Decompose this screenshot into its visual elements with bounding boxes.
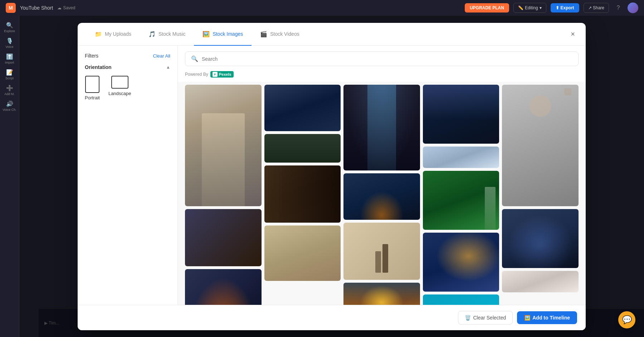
pexels-icon: P — [213, 72, 218, 77]
sidebar-script-label: Script — [5, 76, 14, 80]
list-item[interactable] — [423, 233, 499, 292]
share-button[interactable]: ↗ Share — [584, 3, 609, 13]
sidebar-import-label: Import — [5, 61, 14, 64]
list-item[interactable] — [423, 85, 499, 144]
list-item[interactable] — [423, 171, 499, 230]
orientation-options: Portrait Landscape — [85, 76, 170, 100]
sidebar-add-media-label: Add M. — [4, 92, 15, 96]
tab-music-label: Stock Music — [158, 31, 185, 37]
image-placeholder — [502, 85, 579, 206]
sidebar-item-voice-change[interactable]: 🔊 Voice Ch. — [3, 99, 17, 113]
upgrade-button[interactable]: UPGRADE PLAN — [465, 3, 509, 13]
edit-icon: ✏️ — [518, 5, 523, 10]
app-logo: M — [6, 3, 16, 13]
list-item[interactable] — [343, 283, 420, 305]
sidebar-item-add-media[interactable]: ➕ Add M. — [3, 83, 17, 97]
sidebar-explore-label: Explore — [4, 29, 15, 33]
list-item[interactable] — [343, 85, 420, 170]
landscape-option[interactable]: Landscape — [108, 76, 131, 100]
pexels-label: Pexels — [219, 72, 231, 76]
orientation-header[interactable]: Orientation ▲ — [85, 64, 170, 70]
clear-selected-button[interactable]: 🗑️ Clear Selected — [458, 311, 513, 324]
image-placeholder — [423, 294, 499, 305]
images-icon: 🖼️ — [203, 31, 210, 38]
image-placeholder — [423, 85, 499, 144]
content-area: 📁 My Uploads 🎵 Stock Music 🖼️ Stock Imag… — [19, 16, 644, 337]
list-item[interactable] — [185, 85, 262, 206]
modal-overlay: 📁 My Uploads 🎵 Stock Music 🖼️ Stock Imag… — [19, 16, 644, 337]
orientation-section: Orientation ▲ Portrait Landsc — [85, 64, 170, 100]
top-bar: M YouTube Short ☁ Saved UPGRADE PLAN ✏️ … — [0, 0, 644, 16]
sidebar-item-explore[interactable]: 🔍 Explore — [3, 20, 17, 34]
tab-my-uploads[interactable]: 📁 My Uploads — [86, 23, 140, 46]
clear-selected-label: Clear Selected — [473, 315, 506, 321]
explore-icon: 🔍 — [6, 22, 13, 29]
add-timeline-icon: 🖼️ — [524, 315, 530, 321]
list-item[interactable] — [264, 134, 341, 163]
pexels-badge: P Pexels — [210, 71, 234, 78]
image-placeholder — [343, 173, 420, 220]
stock-images-modal: 📁 My Uploads 🎵 Stock Music 🖼️ Stock Imag… — [78, 23, 586, 330]
list-item[interactable] — [343, 173, 420, 220]
list-item[interactable] — [502, 271, 579, 292]
landscape-label: Landscape — [108, 91, 131, 96]
portrait-label: Portrait — [85, 95, 100, 100]
left-sidebar: 🔍 Explore 🎙️ Voice ⬆️ Import 📝 Script ➕ … — [0, 16, 19, 337]
export-button[interactable]: ⬆ Export — [551, 3, 579, 13]
sidebar-item-voice[interactable]: 🎙️ Voice — [3, 36, 17, 50]
main-layout: 🔍 Explore 🎙️ Voice ⬆️ Import 📝 Script ➕ … — [0, 16, 644, 337]
powered-by-label: Powered By — [185, 72, 208, 77]
list-item[interactable] — [502, 85, 579, 206]
search-input[interactable] — [202, 56, 572, 62]
chevron-down-icon: ▾ — [540, 5, 542, 10]
tab-stock-music[interactable]: 🎵 Stock Music — [140, 23, 194, 46]
add-to-timeline-button[interactable]: 🖼️ Add to Timeline — [517, 311, 577, 324]
modal-header: 📁 My Uploads 🎵 Stock Music 🖼️ Stock Imag… — [78, 23, 586, 46]
help-button[interactable]: ? — [613, 3, 623, 13]
image-placeholder — [343, 85, 420, 170]
list-item[interactable] — [502, 209, 579, 268]
list-item[interactable] — [185, 209, 262, 266]
sidebar-item-script[interactable]: 📝 Script — [3, 67, 17, 81]
image-grid — [178, 82, 586, 305]
editing-button[interactable]: ✏️ Editing ▾ — [513, 3, 546, 13]
sidebar-item-import[interactable]: ⬆️ Import — [3, 51, 17, 66]
search-box: 🔍 — [185, 51, 579, 66]
content-panel: 🔍 Powered By P Pexels — [178, 46, 586, 305]
sidebar-voice-label: Voice — [5, 45, 13, 49]
landscape-icon — [111, 76, 128, 89]
clear-all-button[interactable]: Clear All — [153, 53, 170, 59]
tab-stock-videos[interactable]: 🎬 Stock Videos — [252, 23, 308, 46]
portrait-icon — [85, 76, 99, 93]
list-item[interactable] — [264, 226, 341, 281]
tab-stock-images[interactable]: 🖼️ Stock Images — [194, 23, 252, 46]
image-placeholder — [423, 171, 499, 230]
chat-icon: 💬 — [622, 315, 632, 324]
list-item[interactable] — [343, 223, 420, 280]
image-grid-inner — [182, 82, 581, 305]
filters-title: Filters — [85, 53, 98, 59]
powered-by-bar: Powered By P Pexels — [178, 69, 586, 82]
portrait-option[interactable]: Portrait — [85, 76, 100, 100]
list-item[interactable] — [423, 294, 499, 305]
videos-icon: 🎬 — [260, 31, 267, 38]
image-placeholder — [423, 147, 499, 168]
user-avatar[interactable] — [628, 3, 638, 13]
image-placeholder — [264, 165, 341, 223]
share-icon: ↗ — [588, 5, 592, 10]
list-item[interactable] — [185, 269, 262, 305]
list-item[interactable] — [264, 165, 341, 223]
trash-icon: 🗑️ — [465, 315, 471, 321]
modal-close-button[interactable]: × — [567, 29, 579, 40]
script-icon: 📝 — [6, 69, 13, 76]
music-icon: 🎵 — [148, 31, 156, 38]
filter-panel: Filters Clear All Orientation ▲ — [78, 46, 178, 305]
chat-bubble-button[interactable]: 💬 — [618, 311, 635, 328]
save-status: ☁ Saved — [57, 5, 75, 10]
save-icon: ☁ — [57, 5, 62, 10]
list-item[interactable] — [264, 85, 341, 131]
export-icon: ⬆ — [556, 5, 559, 10]
list-item[interactable] — [423, 147, 499, 168]
voice-change-icon: 🔊 — [6, 100, 13, 107]
image-placeholder — [264, 134, 341, 163]
